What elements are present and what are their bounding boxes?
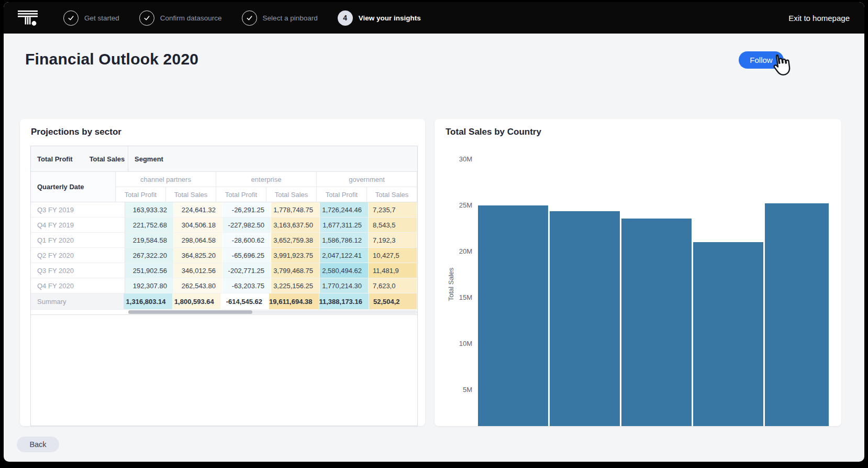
table-cell: 364,825.20 [174, 248, 222, 263]
table-cell: 251,902.56 [125, 263, 174, 278]
bar-5[interactable] [765, 203, 829, 426]
table-cell: 346,012.56 [174, 263, 222, 278]
table-cell: 221,752.68 [125, 217, 174, 233]
y-tick-10M: 10M [449, 340, 472, 347]
bar-3[interactable] [621, 219, 692, 426]
table-subheader-row: Quarterly Date channel partnersenterpris… [31, 172, 417, 202]
table-cell: 1,770,214.30 [320, 278, 369, 293]
table-cell: 10,427,5 [369, 248, 417, 263]
table-cell: -26,291.25 [222, 202, 271, 217]
sales-chart-card: Total Sales by Country Total Sales 30M25… [435, 119, 841, 426]
table-row: Q3 FY 2020251,902.56346,012.56-202,771.2… [31, 263, 417, 278]
y-tick-5M: 5M [449, 386, 472, 394]
table-horizontal-scrollbar [31, 310, 417, 315]
table-row: Q4 FY 2020192,307.80262,543.80-63,203.75… [31, 278, 417, 293]
table-cell: -65,696.25 [222, 248, 271, 263]
table-cell: 3,799,468.75 [271, 263, 320, 278]
table-body: Q3 FY 2019163,933.32224,641.32-26,291.25… [31, 202, 417, 310]
y-tick-20M: 20M [449, 247, 472, 255]
step-number: 4 [338, 10, 353, 26]
table-cell: 298,064.58 [174, 233, 222, 248]
table-cell: 1,586,786.12 [320, 233, 369, 248]
projections-table: Total Profit Total Sales Segment Quarter… [30, 146, 418, 426]
table-cell: 219,584.58 [125, 233, 174, 248]
group-header-2: government [317, 172, 417, 187]
row-label: Q1 FY 2020 [31, 233, 125, 248]
page-title: Financial Outlook 2020 [25, 50, 198, 68]
table-cell: 267,322.20 [125, 248, 174, 263]
table-cell: 3,652,759.38 [271, 233, 320, 248]
table-row: Q4 FY 2019221,752.68304,506.18-227,982.5… [31, 217, 417, 233]
step-4[interactable]: 4View your insights [338, 10, 421, 26]
table-cell: 8,543,5 [369, 217, 417, 233]
projections-card-title: Projections by sector [31, 127, 121, 137]
y-axis-ticks: 30M25M20M15M10M5M [449, 119, 472, 426]
group-header-1: enterprise [216, 172, 317, 187]
step-3[interactable]: Select a pinboard [242, 10, 318, 26]
table-cell: 304,506.18 [174, 217, 222, 233]
table-cell: 1,800,593.64 [173, 293, 221, 310]
table-cell: 1,316,803.14 [124, 293, 172, 310]
step-label: View your insights [359, 14, 421, 22]
table-cell: -202,771.25 [222, 263, 271, 278]
bar-plot [478, 119, 829, 426]
scrollbar-thumb[interactable] [128, 310, 252, 314]
table-cell: 224,641.32 [174, 202, 222, 217]
projections-card: Projections by sector Total Profit Total… [20, 119, 425, 426]
table-cell: 11,388,173.16 [319, 293, 369, 310]
bar-4[interactable] [693, 242, 763, 426]
table-cell: 3,991,923.75 [271, 248, 320, 263]
segment-header: Segment [128, 146, 417, 171]
setup-stepper: Get startedConfirm datasourceSelect a pi… [63, 10, 421, 26]
follow-button[interactable]: Follow [739, 51, 784, 69]
row-label: Q3 FY 2020 [31, 263, 125, 278]
measure-total-sales: Total Sales [90, 155, 125, 163]
table-cell: 7,623,0 [369, 278, 417, 293]
table-cell: -614,545.62 [221, 293, 269, 310]
row-label: Summary [31, 293, 124, 310]
exit-to-homepage-link[interactable]: Exit to homepage [788, 14, 850, 23]
y-tick-30M: 30M [449, 155, 472, 163]
column-header-1-0: Total Profit [216, 187, 266, 202]
table-cell: -63,203.75 [222, 278, 271, 293]
step-label: Select a pinboard [263, 14, 318, 22]
table-cell: 19,611,694.38 [269, 293, 319, 310]
summary-row: Summary1,316,803.141,800,593.64-614,545.… [31, 293, 417, 310]
column-header-0-0: Total Profit [116, 187, 166, 202]
table-cell: 192,307.80 [125, 278, 174, 293]
table-cell: 52,504,2 [369, 293, 417, 310]
row-label: Q4 FY 2019 [31, 217, 125, 233]
bar-1[interactable] [478, 205, 548, 426]
group-header-0: channel partners [116, 172, 216, 187]
column-header-2-0: Total Profit [317, 187, 367, 202]
table-cell: 1,778,748.75 [271, 202, 320, 217]
row-label: Q4 FY 2020 [31, 278, 125, 293]
step-2[interactable]: Confirm datasource [139, 10, 222, 26]
check-icon [139, 10, 154, 26]
y-tick-15M: 15M [449, 293, 472, 301]
back-button[interactable]: Back [17, 437, 59, 452]
check-icon [242, 10, 257, 26]
table-measures-header: Total Profit Total Sales [31, 146, 128, 171]
bar-2[interactable] [550, 211, 620, 426]
step-1[interactable]: Get started [63, 10, 119, 26]
table-cell: 1,677,311.25 [320, 217, 369, 233]
table-row: Q3 FY 2019163,933.32224,641.32-26,291.25… [31, 202, 417, 217]
column-header-0-1: Total Sales [166, 187, 216, 202]
table-cell: 262,543.80 [174, 278, 222, 293]
table-cell: 7,235,7 [369, 202, 417, 217]
table-cell: 3,163,637.50 [271, 217, 320, 233]
measure-column-headers: Total ProfitTotal SalesTotal ProfitTotal… [116, 187, 417, 202]
y-tick-25M: 25M [449, 201, 472, 209]
table-cell: 11,481,9 [369, 263, 417, 278]
measure-total-profit: Total Profit [37, 155, 73, 163]
table-cell: 163,933.32 [125, 202, 174, 217]
quarterly-date-header: Quarterly Date [31, 172, 116, 202]
table-row: Q2 FY 2020267,322.20364,825.20-65,696.25… [31, 248, 417, 263]
table-row: Q1 FY 2020219,584.58298,064.58-28,600.62… [31, 233, 417, 248]
table-header-row: Total Profit Total Sales Segment [31, 146, 417, 172]
row-label: Q3 FY 2019 [31, 202, 125, 217]
table-cell: 3,225,156.25 [271, 278, 320, 293]
step-label: Get started [84, 14, 119, 22]
table-cell: -28,600.62 [222, 233, 271, 248]
